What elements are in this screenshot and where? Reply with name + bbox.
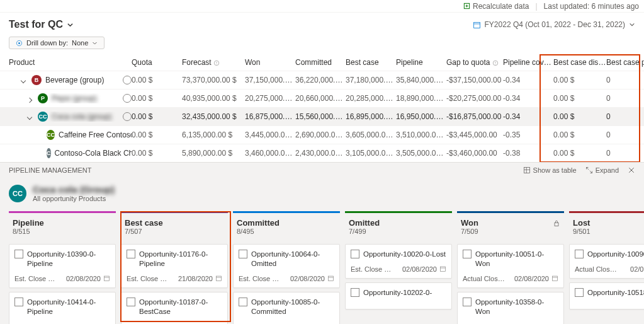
card-icon: [463, 250, 472, 258]
cell-value: 0.00 $: [132, 112, 182, 121]
cell-value: 3,510,000.00 $: [396, 130, 446, 139]
card-icon: [463, 298, 472, 306]
col-header[interactable]: Quota: [132, 58, 182, 67]
page-title[interactable]: Test for QC: [9, 19, 74, 30]
kanban-card[interactable]: Opportunity-10187-0-BestCase: [121, 292, 228, 324]
chevron-right-icon[interactable]: [28, 95, 34, 101]
recalc-label: Recalculate data: [473, 2, 529, 11]
kanban-card[interactable]: Opportunity-10064-0-OmittedEst. Close Da…: [233, 244, 340, 288]
cell-value: 15,560,000.00 $: [295, 112, 346, 121]
close-button[interactable]: [628, 166, 635, 174]
chevron-down-icon[interactable]: [21, 77, 28, 83]
recalc-icon: [463, 3, 470, 9]
col-header[interactable]: Pipeline: [396, 58, 446, 67]
column-title: Omitted: [349, 218, 448, 228]
cell-value: 16,875,000.00 $: [245, 112, 295, 121]
cell-value: 73,370,000.00 $: [182, 76, 245, 84]
col-header[interactable]: Forecast: [182, 58, 245, 67]
svg-rect-6: [524, 168, 529, 173]
col-header[interactable]: Committed: [295, 58, 346, 67]
svg-rect-1: [473, 22, 480, 28]
kanban-card[interactable]: Opportunity-10202-0-: [345, 282, 452, 310]
drilldown-pill[interactable]: Drill down by: None: [9, 37, 105, 49]
card-date: 21/08/2020: [178, 275, 213, 282]
cell-value: 18,890,000.00 $: [396, 94, 446, 103]
card-meta-label: Est. Close Da...: [351, 265, 395, 273]
card-title: Opportunity-10020-0-Lost: [363, 250, 446, 259]
cell-value: 36,220,000.00 $: [295, 76, 346, 84]
row-badge: C: [47, 148, 51, 158]
cell-value: 32,435,000.00 $: [182, 112, 245, 121]
cell-value: 0: [606, 94, 644, 103]
card-icon: [351, 250, 359, 258]
col-header[interactable]: Best case produ...: [606, 58, 644, 67]
card-date: 02/08/202: [630, 265, 644, 273]
kanban-card[interactable]: Opportunity-10051-0-WonActual Close...02…: [457, 244, 564, 288]
kanban-column: Pipeline8/515Opportunity-10390-0-Pipelin…: [6, 211, 118, 324]
lock-icon: [553, 219, 560, 227]
col-header[interactable]: Product: [9, 58, 132, 67]
show-as-table[interactable]: Show as table: [523, 166, 577, 174]
calendar-icon: [473, 21, 481, 29]
svg-rect-9: [328, 276, 333, 281]
drill-value: None: [72, 39, 88, 47]
card-title: Opportunity-10064-0-Omitted: [251, 250, 334, 269]
svg-rect-8: [216, 276, 221, 281]
table-row[interactable]: CCCoca cola (group)0.00 $32,435,000.00 $…: [0, 107, 644, 125]
kanban-card[interactable]: Opportunity-10090-Actual Close...02/08/2…: [569, 244, 644, 279]
cell-value: 35,840,000.00 $: [396, 76, 446, 84]
cell-value: -$3,460,000.00: [446, 149, 503, 158]
kanban-card[interactable]: Opportunity-10358-0-Won: [457, 292, 564, 324]
col-header[interactable]: Pipeline cove...: [503, 58, 553, 67]
card-meta-label: Actual Close...: [463, 275, 507, 282]
card-date: 02/08/2020: [66, 275, 101, 282]
cell-value: 0: [606, 112, 644, 121]
kanban-card[interactable]: Opportunity-10085-0-Committed: [233, 292, 340, 324]
table-row[interactable]: CContoso-Cola Black Cherry Va0.00 $5,890…: [0, 144, 644, 162]
column-count: 7/507: [125, 228, 224, 235]
calendar-icon: [439, 265, 446, 272]
recalc-link[interactable]: Recalculate data: [463, 2, 529, 11]
col-header[interactable]: Won: [245, 58, 295, 67]
column-title: Lost: [573, 218, 644, 228]
col-header[interactable]: Gap to quota: [446, 58, 503, 67]
col-header[interactable]: Best case disco...: [553, 58, 606, 67]
kanban-card[interactable]: Opportunity-10518-: [569, 282, 644, 310]
column-title: Committed: [237, 218, 336, 228]
cell-value: -0.34: [503, 76, 553, 84]
cell-value: 0.00 $: [553, 149, 606, 158]
kanban-card[interactable]: Opportunity-10020-0-LostEst. Close Da...…: [345, 244, 452, 279]
cell-value: 37,150,000.00 $: [245, 76, 295, 84]
calendar-icon: [103, 275, 110, 282]
user-icon: [123, 112, 132, 121]
cell-value: 0.00 $: [553, 76, 606, 84]
kanban-card[interactable]: Opportunity-10414-0-Pipeline: [9, 292, 116, 324]
card-title: Opportunity-10358-0-Won: [475, 298, 558, 316]
kanban-column: Lost9/501Opportunity-10090-Actual Close.…: [567, 211, 644, 324]
cell-value: 20,285,000.00 $: [346, 94, 396, 103]
table-row[interactable]: BBeverage (group)0.00 $73,370,000.00 $37…: [0, 71, 644, 89]
cell-value: 5,890,000.00 $: [182, 149, 245, 158]
kanban-card[interactable]: Opportunity-10176-0-PipelineEst. Close D…: [121, 244, 228, 288]
table-row[interactable]: CCCaffeine Free Contoso-Cola0.00 $6,135,…: [0, 125, 644, 144]
card-title: Opportunity-10051-0-Won: [475, 250, 558, 269]
cell-value: 3,605,000.00 $: [346, 130, 396, 139]
row-badge: P: [38, 93, 48, 103]
cell-value: -$16,875,000.00: [446, 112, 503, 121]
kanban-card[interactable]: Opportunity-10390-0-PipelineEst. Close D…: [9, 244, 116, 288]
cell-value: 2,690,000.00 $: [295, 130, 346, 139]
cell-value: 3,460,000.00 $: [245, 149, 295, 158]
kanban-column: Omitted7/499Opportunity-10020-0-LostEst.…: [342, 211, 455, 324]
card-date: 02/08/2020: [290, 275, 325, 282]
col-header[interactable]: Best case: [346, 58, 396, 67]
row-badge: B: [31, 75, 42, 85]
expand-icon: [585, 166, 593, 174]
table-row[interactable]: PPepsi (group)0.00 $40,935,000.00 $20,27…: [0, 89, 644, 107]
drill-prefix: Drill down by:: [26, 39, 68, 47]
cell-value: 0.00 $: [132, 76, 182, 84]
period-picker[interactable]: FY2022 Q4 (Oct 01, 2022 - Dec 31, 2022): [473, 20, 635, 29]
chevron-down-icon[interactable]: [28, 113, 34, 120]
target-icon: [16, 40, 23, 47]
expand-button[interactable]: Expand: [585, 166, 619, 174]
card-meta-label: Actual Close...: [575, 265, 619, 273]
